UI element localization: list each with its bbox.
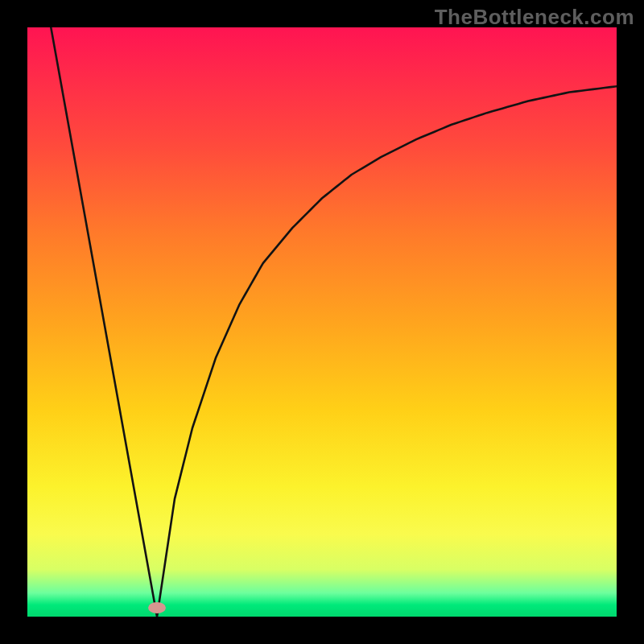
optimal-point-marker [148, 602, 166, 613]
chart-container: TheBottleneck.com [0, 0, 644, 644]
plot-area [27, 27, 617, 617]
watermark-text: TheBottleneck.com [435, 5, 634, 30]
